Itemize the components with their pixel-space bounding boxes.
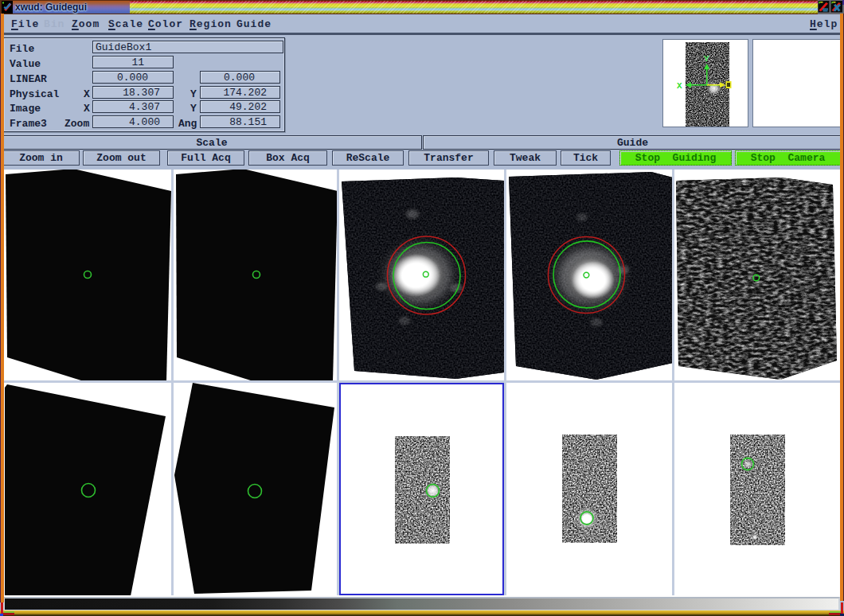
svg-text:Y: Y [704,54,709,64]
svg-text:X: X [677,81,682,91]
